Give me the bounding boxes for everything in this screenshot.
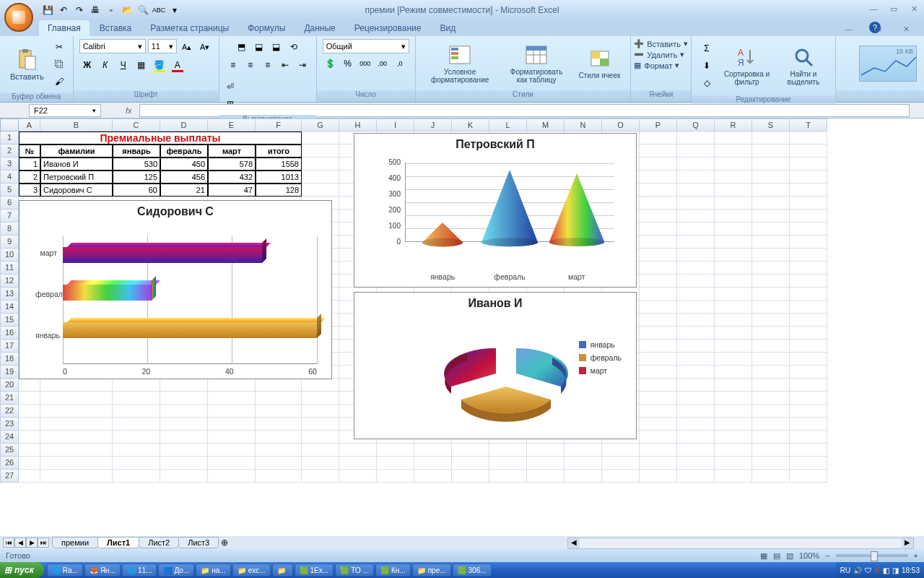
cell[interactable] — [377, 470, 414, 483]
cell[interactable] — [113, 457, 160, 470]
cell[interactable] — [256, 470, 302, 483]
cell[interactable] — [640, 379, 677, 392]
row-header[interactable]: 23 — [0, 418, 19, 431]
taskbar-item[interactable]: 📁 — [272, 564, 293, 577]
cell[interactable] — [752, 171, 790, 184]
cell[interactable]: 60 — [113, 184, 160, 197]
clock[interactable]: 18:53 — [902, 566, 920, 574]
cell[interactable] — [752, 288, 790, 301]
cell[interactable]: 1013 — [256, 171, 302, 184]
cell[interactable] — [752, 418, 790, 431]
chart-ivanov[interactable]: Иванов И — [354, 292, 637, 439]
cell[interactable]: январь — [113, 144, 160, 158]
cell[interactable] — [715, 210, 752, 223]
cell[interactable] — [677, 249, 715, 262]
cell[interactable] — [640, 158, 677, 171]
chart-sidorovich[interactable]: Сидорович С март февраль январь 0 20 40 … — [19, 200, 332, 379]
tab-review[interactable]: Рецензирование — [346, 20, 430, 36]
cell[interactable] — [677, 470, 715, 483]
office-button[interactable] — [4, 3, 33, 32]
cell[interactable] — [677, 366, 715, 379]
preview-icon[interactable]: 🔍 — [137, 4, 149, 16]
cell[interactable] — [715, 236, 752, 249]
font-color-icon[interactable]: A — [170, 57, 186, 73]
row-header[interactable]: 24 — [0, 431, 19, 444]
qat-menu-icon[interactable]: ▾ — [169, 4, 180, 16]
cell[interactable] — [640, 314, 677, 327]
cell[interactable] — [677, 444, 715, 457]
cell[interactable] — [302, 418, 339, 431]
cell[interactable] — [790, 353, 827, 366]
shrink-font-icon[interactable]: A▾ — [197, 39, 213, 55]
top-align-icon[interactable]: ⬒ — [234, 39, 250, 55]
orientation-icon[interactable]: ⟲ — [286, 39, 302, 55]
cell[interactable] — [302, 470, 339, 483]
cell[interactable] — [452, 444, 489, 457]
sheet-tab[interactable]: Лист1 — [97, 537, 139, 548]
col-header[interactable]: T — [790, 118, 827, 131]
cell[interactable] — [677, 392, 715, 405]
cell[interactable] — [414, 457, 452, 470]
sort-filter-button[interactable]: АЯСортировка и фильтр — [719, 44, 775, 87]
col-header[interactable]: D — [160, 118, 208, 131]
row-header[interactable]: 10 — [0, 249, 19, 262]
workbook-close-icon[interactable]: ✕ — [894, 22, 918, 37]
cell[interactable] — [19, 470, 40, 483]
cell[interactable] — [715, 418, 752, 431]
cell[interactable] — [752, 366, 790, 379]
row-header[interactable]: 22 — [0, 405, 19, 418]
cell[interactable] — [160, 431, 208, 444]
cell[interactable] — [19, 405, 40, 418]
cell[interactable] — [113, 444, 160, 457]
taskbar-item[interactable]: 🟦До... — [158, 564, 194, 577]
cell[interactable] — [256, 418, 302, 431]
cell[interactable] — [565, 444, 602, 457]
cells-delete-button[interactable]: ➖Удалить▾ — [634, 50, 684, 59]
cell[interactable] — [752, 197, 790, 210]
sheet-tab[interactable]: Лист2 — [139, 537, 179, 548]
fx-icon[interactable]: fx — [126, 106, 132, 115]
cell[interactable] — [752, 144, 790, 158]
cell[interactable]: 578 — [208, 158, 256, 171]
row-header[interactable]: 8 — [0, 223, 19, 236]
row-header[interactable]: 19 — [0, 366, 19, 379]
italic-icon[interactable]: К — [97, 57, 113, 73]
cell[interactable] — [715, 366, 752, 379]
col-header[interactable]: P — [640, 118, 677, 131]
cell[interactable] — [640, 236, 677, 249]
cell[interactable] — [160, 457, 208, 470]
cell[interactable]: фамилии — [40, 144, 113, 158]
cell[interactable] — [790, 457, 827, 470]
cell[interactable]: Иванов И — [40, 158, 113, 171]
close-icon[interactable]: ✕ — [907, 4, 921, 16]
cell[interactable] — [677, 236, 715, 249]
cell[interactable] — [715, 327, 752, 340]
cell[interactable] — [640, 262, 677, 275]
cell[interactable] — [677, 314, 715, 327]
cell[interactable] — [715, 249, 752, 262]
col-header[interactable]: G — [302, 118, 339, 131]
cell[interactable]: 530 — [113, 158, 160, 171]
view-break-icon[interactable]: ▧ — [786, 551, 793, 561]
cell[interactable] — [640, 197, 677, 210]
cell[interactable]: Сидорович С — [40, 184, 113, 197]
percent-icon[interactable]: % — [340, 56, 356, 72]
cell[interactable] — [715, 470, 752, 483]
row-header[interactable]: 2 — [0, 144, 19, 158]
row-header[interactable]: 3 — [0, 158, 19, 171]
row-header[interactable]: 27 — [0, 470, 19, 483]
cell[interactable]: Премиальные выплаты — [19, 131, 302, 144]
autosum-icon[interactable]: Σ — [699, 40, 715, 56]
col-header[interactable]: C — [113, 118, 160, 131]
cell[interactable] — [752, 314, 790, 327]
cell[interactable]: итого — [256, 144, 302, 158]
cell[interactable] — [40, 444, 113, 457]
workbook-minimize-icon[interactable]: — — [836, 22, 861, 37]
cell[interactable] — [640, 457, 677, 470]
cell[interactable] — [677, 158, 715, 171]
cells-format-button[interactable]: ▦Формат▾ — [634, 61, 679, 70]
taskbar-item[interactable]: 🌐11... — [122, 564, 157, 577]
cell[interactable] — [19, 444, 40, 457]
indent-dec-icon[interactable]: ⇤ — [277, 57, 293, 73]
row-header[interactable]: 4 — [0, 171, 19, 184]
